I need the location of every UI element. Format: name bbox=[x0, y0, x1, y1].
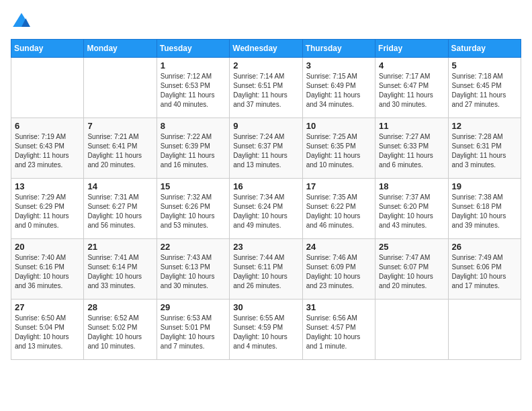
day-number: 3 bbox=[306, 60, 371, 71]
calendar-cell: 2Sunrise: 7:14 AM Sunset: 6:51 PM Daylig… bbox=[230, 58, 302, 118]
day-info: Sunrise: 7:19 AM Sunset: 6:43 PM Dayligh… bbox=[15, 132, 80, 170]
day-number: 22 bbox=[161, 242, 226, 252]
dow-header: Tuesday bbox=[157, 40, 229, 58]
day-number: 9 bbox=[233, 121, 298, 131]
calendar-cell: 3Sunrise: 7:15 AM Sunset: 6:49 PM Daylig… bbox=[302, 58, 375, 118]
calendar-week-row: 20Sunrise: 7:40 AM Sunset: 6:16 PM Dayli… bbox=[11, 239, 521, 300]
calendar-cell: 6Sunrise: 7:19 AM Sunset: 6:43 PM Daylig… bbox=[11, 118, 84, 179]
day-number: 11 bbox=[379, 121, 444, 131]
calendar-cell: 19Sunrise: 7:38 AM Sunset: 6:18 PM Dayli… bbox=[448, 179, 521, 239]
day-info: Sunrise: 7:34 AM Sunset: 6:24 PM Dayligh… bbox=[233, 193, 298, 230]
day-number: 15 bbox=[161, 181, 226, 191]
calendar-cell: 15Sunrise: 7:32 AM Sunset: 6:26 PM Dayli… bbox=[157, 179, 229, 239]
day-number: 21 bbox=[87, 242, 152, 252]
day-info: Sunrise: 7:46 AM Sunset: 6:09 PM Dayligh… bbox=[306, 253, 371, 291]
calendar-cell: 8Sunrise: 7:22 AM Sunset: 6:39 PM Daylig… bbox=[157, 118, 229, 179]
calendar-cell: 9Sunrise: 7:24 AM Sunset: 6:37 PM Daylig… bbox=[230, 118, 302, 179]
day-number: 4 bbox=[379, 60, 444, 71]
calendar-cell: 12Sunrise: 7:28 AM Sunset: 6:31 PM Dayli… bbox=[448, 118, 521, 179]
day-info: Sunrise: 7:14 AM Sunset: 6:51 PM Dayligh… bbox=[233, 72, 298, 109]
calendar-week-row: 1Sunrise: 7:12 AM Sunset: 6:53 PM Daylig… bbox=[11, 58, 521, 118]
day-number: 30 bbox=[233, 302, 298, 312]
day-number: 26 bbox=[452, 242, 517, 252]
calendar-cell: 29Sunrise: 6:53 AM Sunset: 5:01 PM Dayli… bbox=[157, 300, 229, 360]
day-number: 18 bbox=[379, 181, 444, 191]
calendar-week-row: 13Sunrise: 7:29 AM Sunset: 6:29 PM Dayli… bbox=[11, 179, 521, 239]
dow-header: Sunday bbox=[11, 40, 84, 58]
day-info: Sunrise: 7:49 AM Sunset: 6:06 PM Dayligh… bbox=[452, 253, 517, 291]
day-info: Sunrise: 7:24 AM Sunset: 6:37 PM Dayligh… bbox=[233, 132, 298, 170]
day-number: 12 bbox=[452, 121, 517, 131]
day-info: Sunrise: 7:25 AM Sunset: 6:35 PM Dayligh… bbox=[306, 132, 371, 170]
logo-icon bbox=[11, 11, 32, 32]
day-info: Sunrise: 7:31 AM Sunset: 6:27 PM Dayligh… bbox=[87, 193, 152, 230]
calendar-cell: 11Sunrise: 7:27 AM Sunset: 6:33 PM Dayli… bbox=[375, 118, 448, 179]
calendar-cell: 26Sunrise: 7:49 AM Sunset: 6:06 PM Dayli… bbox=[448, 239, 521, 300]
logo bbox=[11, 11, 35, 32]
day-info: Sunrise: 7:41 AM Sunset: 6:14 PM Dayligh… bbox=[87, 253, 152, 291]
day-info: Sunrise: 7:18 AM Sunset: 6:45 PM Dayligh… bbox=[452, 72, 517, 109]
calendar-cell: 1Sunrise: 7:12 AM Sunset: 6:53 PM Daylig… bbox=[157, 58, 229, 118]
calendar-cell: 27Sunrise: 6:50 AM Sunset: 5:04 PM Dayli… bbox=[11, 300, 84, 360]
calendar-cell: 7Sunrise: 7:21 AM Sunset: 6:41 PM Daylig… bbox=[84, 118, 157, 179]
day-info: Sunrise: 6:50 AM Sunset: 5:04 PM Dayligh… bbox=[15, 314, 80, 351]
page-header bbox=[11, 11, 521, 32]
day-number: 1 bbox=[161, 60, 226, 71]
calendar-cell: 25Sunrise: 7:47 AM Sunset: 6:07 PM Dayli… bbox=[375, 239, 448, 300]
calendar-cell: 31Sunrise: 6:56 AM Sunset: 4:57 PM Dayli… bbox=[302, 300, 375, 360]
calendar-cell: 16Sunrise: 7:34 AM Sunset: 6:24 PM Dayli… bbox=[230, 179, 302, 239]
day-number: 27 bbox=[15, 302, 80, 312]
calendar-cell: 24Sunrise: 7:46 AM Sunset: 6:09 PM Dayli… bbox=[302, 239, 375, 300]
calendar-cell: 10Sunrise: 7:25 AM Sunset: 6:35 PM Dayli… bbox=[302, 118, 375, 179]
day-number: 5 bbox=[452, 60, 517, 71]
calendar-cell: 5Sunrise: 7:18 AM Sunset: 6:45 PM Daylig… bbox=[448, 58, 521, 118]
day-info: Sunrise: 7:17 AM Sunset: 6:47 PM Dayligh… bbox=[379, 72, 444, 109]
day-info: Sunrise: 6:56 AM Sunset: 4:57 PM Dayligh… bbox=[306, 314, 371, 351]
day-info: Sunrise: 7:43 AM Sunset: 6:13 PM Dayligh… bbox=[161, 253, 226, 291]
calendar-cell: 14Sunrise: 7:31 AM Sunset: 6:27 PM Dayli… bbox=[84, 179, 157, 239]
day-number: 29 bbox=[161, 302, 226, 312]
day-info: Sunrise: 7:29 AM Sunset: 6:29 PM Dayligh… bbox=[15, 193, 80, 230]
calendar-cell bbox=[11, 58, 84, 118]
calendar-table: SundayMondayTuesdayWednesdayThursdayFrid… bbox=[11, 39, 521, 360]
day-info: Sunrise: 7:12 AM Sunset: 6:53 PM Dayligh… bbox=[161, 72, 226, 109]
calendar-cell: 21Sunrise: 7:41 AM Sunset: 6:14 PM Dayli… bbox=[84, 239, 157, 300]
day-info: Sunrise: 7:37 AM Sunset: 6:20 PM Dayligh… bbox=[379, 193, 444, 230]
calendar-cell: 22Sunrise: 7:43 AM Sunset: 6:13 PM Dayli… bbox=[157, 239, 229, 300]
calendar-cell bbox=[375, 300, 448, 360]
day-number: 17 bbox=[306, 181, 371, 191]
day-number: 19 bbox=[452, 181, 517, 191]
day-number: 28 bbox=[87, 302, 152, 312]
calendar-cell: 20Sunrise: 7:40 AM Sunset: 6:16 PM Dayli… bbox=[11, 239, 84, 300]
calendar-cell: 4Sunrise: 7:17 AM Sunset: 6:47 PM Daylig… bbox=[375, 58, 448, 118]
day-info: Sunrise: 7:35 AM Sunset: 6:22 PM Dayligh… bbox=[306, 193, 371, 230]
dow-header: Monday bbox=[84, 40, 157, 58]
day-number: 24 bbox=[306, 242, 371, 252]
calendar-cell: 17Sunrise: 7:35 AM Sunset: 6:22 PM Dayli… bbox=[302, 179, 375, 239]
day-info: Sunrise: 7:21 AM Sunset: 6:41 PM Dayligh… bbox=[87, 132, 152, 170]
calendar-week-row: 27Sunrise: 6:50 AM Sunset: 5:04 PM Dayli… bbox=[11, 300, 521, 360]
dow-header: Thursday bbox=[302, 40, 375, 58]
day-info: Sunrise: 7:28 AM Sunset: 6:31 PM Dayligh… bbox=[452, 132, 517, 170]
dow-header: Wednesday bbox=[230, 40, 302, 58]
day-number: 14 bbox=[87, 181, 152, 191]
calendar-body: 1Sunrise: 7:12 AM Sunset: 6:53 PM Daylig… bbox=[11, 58, 521, 360]
day-number: 31 bbox=[306, 302, 371, 312]
calendar-cell bbox=[84, 58, 157, 118]
day-info: Sunrise: 7:15 AM Sunset: 6:49 PM Dayligh… bbox=[306, 72, 371, 109]
day-number: 2 bbox=[233, 60, 298, 71]
day-info: Sunrise: 7:38 AM Sunset: 6:18 PM Dayligh… bbox=[452, 193, 517, 230]
day-number: 13 bbox=[15, 181, 80, 191]
day-info: Sunrise: 6:53 AM Sunset: 5:01 PM Dayligh… bbox=[161, 314, 226, 351]
day-info: Sunrise: 7:47 AM Sunset: 6:07 PM Dayligh… bbox=[379, 253, 444, 291]
day-info: Sunrise: 6:55 AM Sunset: 4:59 PM Dayligh… bbox=[233, 314, 298, 351]
day-number: 10 bbox=[306, 121, 371, 131]
day-number: 6 bbox=[15, 121, 80, 131]
calendar-cell: 30Sunrise: 6:55 AM Sunset: 4:59 PM Dayli… bbox=[230, 300, 302, 360]
day-number: 23 bbox=[233, 242, 298, 252]
day-number: 8 bbox=[161, 121, 226, 131]
day-info: Sunrise: 6:52 AM Sunset: 5:02 PM Dayligh… bbox=[87, 314, 152, 351]
dow-header: Friday bbox=[375, 40, 448, 58]
day-number: 20 bbox=[15, 242, 80, 252]
calendar-cell bbox=[448, 300, 521, 360]
